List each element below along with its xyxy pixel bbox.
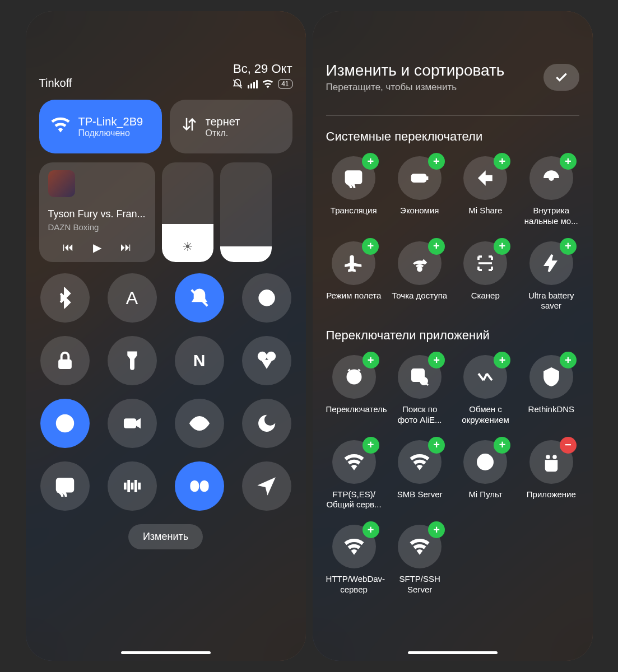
- edit-item-label: Mi Share: [468, 206, 502, 216]
- svg-point-3: [267, 353, 275, 360]
- ftp-icon: +: [332, 440, 376, 484]
- edit-item-mi-remote[interactable]: +Mi Пульт: [458, 440, 513, 511]
- toggle-dolby[interactable]: [175, 461, 224, 511]
- edit-item-in-ear[interactable]: +Внутрика нальные мо...: [523, 156, 579, 227]
- edit-item-label: Обмен с окружением: [458, 404, 513, 426]
- home-indicator[interactable]: [408, 651, 498, 654]
- add-badge[interactable]: +: [428, 153, 445, 170]
- ali-photo-icon: +: [398, 355, 442, 399]
- toggle-auto-brightness[interactable]: A: [108, 273, 157, 323]
- toggle-lock[interactable]: [40, 336, 90, 385]
- add-badge[interactable]: +: [494, 352, 510, 368]
- add-badge[interactable]: +: [363, 521, 379, 538]
- add-badge[interactable]: +: [428, 352, 445, 368]
- toggle-bluetooth[interactable]: [40, 273, 90, 323]
- toggle-eye-comfort[interactable]: [175, 399, 224, 448]
- battery-indicator: 41: [278, 80, 292, 88]
- toggle-mute[interactable]: [175, 273, 224, 323]
- edit-item-cast[interactable]: +Трансляция: [326, 156, 382, 227]
- wifi-status-icon: [262, 80, 273, 88]
- toggle-dnd-moon[interactable]: [242, 399, 291, 448]
- svg-point-7: [197, 421, 202, 426]
- wifi-tile[interactable]: TP-Link_2B9 Подключено: [39, 100, 162, 153]
- toggle-screenshot[interactable]: [242, 336, 291, 385]
- brightness-slider[interactable]: ☀: [162, 162, 213, 262]
- add-badge[interactable]: +: [560, 352, 577, 368]
- add-badge[interactable]: +: [560, 153, 577, 170]
- edit-item-airplane[interactable]: +Режим полета: [326, 241, 382, 312]
- edit-item-smb[interactable]: +SMB Server: [392, 440, 448, 511]
- toggle-nfc[interactable]: N: [175, 336, 224, 385]
- edit-item-ultra-battery[interactable]: +Ultra battery saver: [523, 241, 579, 312]
- edit-item-label: SMB Server: [397, 489, 443, 500]
- mobile-data-tile[interactable]: тернет Откл.: [170, 100, 292, 153]
- svg-rect-9: [190, 481, 198, 492]
- edit-item-ali-photo[interactable]: +Поиск по фото AliE...: [392, 355, 448, 426]
- edit-item-app[interactable]: −Приложение: [523, 440, 579, 511]
- toggle-location[interactable]: [242, 461, 291, 511]
- wifi-icon: [50, 116, 71, 137]
- edit-item-scanner[interactable]: +Сканер: [458, 241, 514, 312]
- edit-item-battery-saver[interactable]: +Экономия: [392, 156, 448, 227]
- media-player-card[interactable]: Tyson Fury vs. Fran... DAZN Boxing ⏮ ▶ ⏭: [39, 162, 156, 262]
- add-badge[interactable]: +: [494, 153, 510, 170]
- sftp-ssh-icon: +: [398, 525, 442, 568]
- edit-button[interactable]: Изменить: [128, 524, 203, 549]
- prev-track-button[interactable]: ⏮: [63, 241, 74, 254]
- toggle-dark-mode[interactable]: [242, 273, 291, 323]
- edit-item-rethink-dns[interactable]: +RethinkDNS: [523, 355, 579, 426]
- toggle-flashlight[interactable]: [108, 336, 157, 385]
- toggle-cast[interactable]: [40, 461, 90, 511]
- media-thumbnail: [48, 170, 75, 197]
- rethink-dns-icon: +: [529, 355, 573, 399]
- edit-item-sftp-ssh[interactable]: +SFTP/SSH Server: [392, 525, 448, 595]
- add-badge[interactable]: +: [363, 437, 379, 454]
- toggle-vibrate[interactable]: [108, 461, 157, 511]
- edit-screen-title: Изменить и сортировать: [326, 62, 505, 80]
- confirm-button[interactable]: [543, 64, 579, 91]
- add-badge[interactable]: +: [428, 521, 445, 538]
- edit-item-label: Режим полета: [326, 291, 381, 301]
- svg-point-14: [418, 267, 421, 270]
- edit-item-mi-share[interactable]: +Mi Share: [458, 156, 514, 227]
- add-badge[interactable]: +: [363, 352, 379, 368]
- add-badge[interactable]: +: [494, 238, 510, 255]
- edit-item-http-webdav[interactable]: +HTTP/WebDav-сервер: [326, 525, 382, 595]
- svg-point-16: [350, 374, 351, 375]
- svg-point-19: [421, 378, 428, 385]
- edit-item-ftp[interactable]: +FTP(S,ES)/ Общий серв...: [326, 440, 382, 511]
- http-webdav-icon: +: [332, 525, 376, 568]
- wifi-ssid: TP-Link_2B9: [78, 115, 143, 128]
- svg-rect-10: [200, 481, 208, 492]
- add-badge[interactable]: +: [428, 238, 445, 255]
- data-arrows-icon: [181, 116, 198, 137]
- home-indicator[interactable]: [121, 651, 211, 654]
- volume-slider[interactable]: [220, 162, 272, 262]
- toggle-screen-record[interactable]: [108, 399, 157, 448]
- data-status: Откл.: [206, 128, 240, 138]
- play-button[interactable]: ▶: [93, 241, 101, 254]
- brightness-icon: ☀: [162, 240, 213, 254]
- add-badge[interactable]: +: [428, 437, 445, 454]
- edit-item-label: Экономия: [400, 206, 439, 216]
- edit-item-label: Трансляция: [331, 206, 377, 216]
- svg-point-23: [553, 455, 556, 459]
- svg-point-13: [550, 176, 553, 180]
- add-badge[interactable]: +: [362, 238, 379, 255]
- checkmark-icon: [554, 70, 569, 85]
- edit-toggles-screenshot: Изменить и сортировать Перетащите, чтобы…: [313, 11, 593, 661]
- toggle-rotation-lock[interactable]: [40, 399, 90, 448]
- cast-icon: +: [332, 156, 375, 200]
- edit-item-hotspot[interactable]: +Точка доступа: [392, 241, 448, 312]
- next-track-button[interactable]: ⏭: [120, 241, 132, 254]
- hotspot-icon: +: [398, 241, 442, 285]
- app-toggles-heading: Переключатели приложений: [326, 328, 579, 343]
- add-badge[interactable]: +: [560, 238, 577, 255]
- edit-item-switcher[interactable]: +Переключатель: [326, 355, 382, 426]
- svg-point-2: [258, 353, 266, 360]
- add-badge[interactable]: +: [362, 153, 379, 170]
- add-badge[interactable]: +: [494, 437, 510, 454]
- edit-item-nearby-share[interactable]: +Обмен с окружением: [458, 355, 513, 426]
- mi-share-icon: +: [463, 156, 507, 200]
- remove-badge[interactable]: −: [560, 437, 577, 454]
